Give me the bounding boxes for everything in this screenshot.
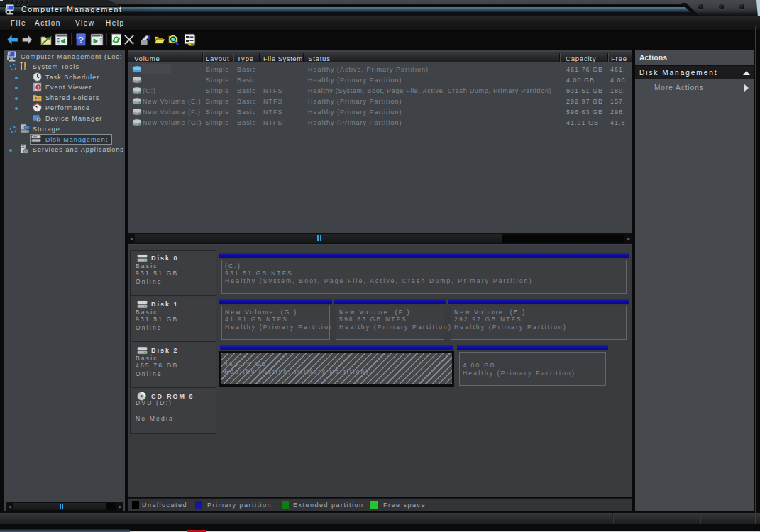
svg-text:?: ? (78, 35, 84, 45)
